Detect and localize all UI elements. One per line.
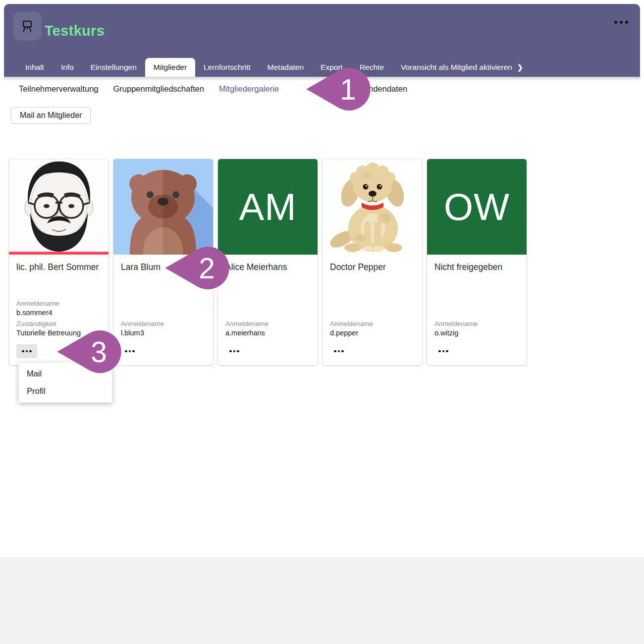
tab-einstellungen[interactable]: Einstellungen (82, 58, 145, 77)
field-label: Anmeldename (330, 320, 415, 327)
spacer (225, 273, 310, 320)
member-name: Lara Blum (121, 262, 206, 273)
tab-mitglieder[interactable]: Mitglieder (145, 58, 195, 77)
tab-lernfortschritt[interactable]: Lernfortschritt (195, 58, 259, 77)
member-gallery: lic. phil. Bert SommerAnmeldenameb.somme… (8, 159, 527, 366)
member-name: Nicht freigegeben (434, 262, 519, 273)
member-card: lic. phil. Bert SommerAnmeldenameb.somme… (8, 159, 109, 366)
spacer (121, 273, 206, 320)
card-body: Doctor PepperAnmeldenamed.pepper (322, 255, 422, 365)
mail-to-members-button[interactable]: Mail an Mitglieder (11, 107, 91, 124)
avatar-initials: OW (427, 159, 527, 255)
tab-metadaten[interactable]: Metadaten (259, 58, 312, 77)
subnav-item-teilnehmerverwaltung[interactable]: Teilnehmerverwaltung (19, 84, 99, 94)
avatar-initials: AM (218, 159, 318, 255)
page-title: Testkurs (45, 23, 105, 39)
member-avatar (9, 159, 108, 255)
field-label: Anmeldename (225, 320, 310, 327)
portrait-photo (9, 159, 108, 252)
member-field: Anmeldenameo.witzig (434, 320, 519, 337)
field-label: Zuständigkeit (16, 320, 101, 327)
member-more-button[interactable] (330, 344, 348, 359)
subnav: TeilnehmerverwaltungGruppenmitgliedschaf… (19, 80, 407, 98)
card-body: Lara BlumAnmeldenamel.blum3 (113, 255, 213, 365)
member-avatar: OW (427, 159, 527, 255)
subnav-item-mitgliedergalerie[interactable]: Mitgliedergalerie (219, 84, 279, 94)
tab-inhalt[interactable]: Inhalt (17, 58, 53, 77)
card-actions-row (121, 342, 206, 360)
tab-rechte[interactable]: Rechte (351, 58, 392, 77)
card-body: Alice MeierhansAnmeldenamea.meierhans (218, 255, 318, 365)
card-actions-row (225, 342, 310, 360)
spacer (330, 273, 415, 320)
member-avatar (322, 159, 422, 255)
member-field: Anmeldenamel.blum3 (121, 320, 206, 337)
presentation-board-icon (18, 17, 36, 35)
menu-item-profil[interactable]: Profil (19, 382, 112, 400)
member-card: Doctor PepperAnmeldenamed.pepper (322, 159, 423, 366)
field-label: Anmeldename (434, 320, 519, 327)
member-more-button[interactable] (434, 344, 452, 359)
member-name: Doctor Pepper (330, 262, 415, 273)
subnav-item-teilnehmendendaten[interactable]: Teilnehmendendaten (331, 84, 407, 94)
field-value: Tutorielle Betreuung (16, 329, 101, 337)
member-name: Alice Meierhans (225, 262, 310, 273)
member-field: Anmeldenamea.meierhans (225, 320, 310, 337)
member-field: Anmeldenamed.pepper (330, 320, 415, 337)
field-value: b.sommer4 (16, 309, 101, 317)
member-avatar (113, 159, 213, 255)
member-more-button[interactable] (16, 344, 37, 359)
card-actions-row (330, 342, 415, 360)
spacer (16, 273, 101, 300)
member-avatar: AM (218, 159, 318, 255)
course-icon (13, 12, 42, 41)
field-value: o.witzig (434, 329, 519, 337)
subnav-item-gruppenmitgliedschaften[interactable]: Gruppenmitgliedschaften (113, 84, 204, 94)
member-more-button[interactable] (225, 344, 243, 359)
card-body: lic. phil. Bert SommerAnmeldenameb.somme… (9, 255, 108, 365)
member-card: OWNicht freigegebenAnmeldenameo.witzig (427, 159, 527, 366)
card-actions-row (16, 342, 101, 360)
dog-photo (322, 159, 422, 255)
field-value: l.blum3 (121, 329, 206, 337)
field-label: Anmeldename (16, 300, 101, 307)
tab-export[interactable]: Export (312, 58, 351, 77)
chevron-right-icon: ❯ (517, 63, 523, 71)
bear-avatar-illustration (113, 159, 213, 255)
course-header: Testkurs InhaltInfoEinstellungenMitglied… (4, 4, 640, 77)
member-field: ZuständigkeitTutorielle Betreuung (16, 320, 101, 337)
tab-voransicht-als-mitglied-aktivieren[interactable]: Voransicht als Mitglied aktivieren❯ (392, 58, 532, 77)
member-name: lic. phil. Bert Sommer (16, 262, 101, 273)
member-field: Anmeldenameb.sommer4 (16, 300, 101, 317)
spacer (434, 273, 519, 320)
card-actions-row (434, 342, 519, 360)
footer (0, 557, 644, 644)
member-card: AMAlice MeierhansAnmeldenamea.meierhans (217, 159, 318, 366)
card-body: Nicht freigegebenAnmeldenameo.witzig (427, 255, 527, 365)
tab-bar: InhaltInfoEinstellungenMitgliederLernfor… (17, 58, 532, 77)
field-value: d.pepper (330, 329, 415, 337)
member-more-button[interactable] (121, 344, 139, 359)
header-more-button[interactable] (614, 21, 628, 24)
menu-item-mail[interactable]: Mail (19, 365, 112, 382)
red-status-bar (9, 252, 108, 255)
field-value: a.meierhans (225, 329, 310, 337)
card-context-menu: MailProfil (18, 362, 112, 403)
member-card: Lara BlumAnmeldenamel.blum3 (113, 159, 214, 366)
tab-info[interactable]: Info (53, 58, 82, 77)
field-label: Anmeldename (121, 320, 206, 327)
